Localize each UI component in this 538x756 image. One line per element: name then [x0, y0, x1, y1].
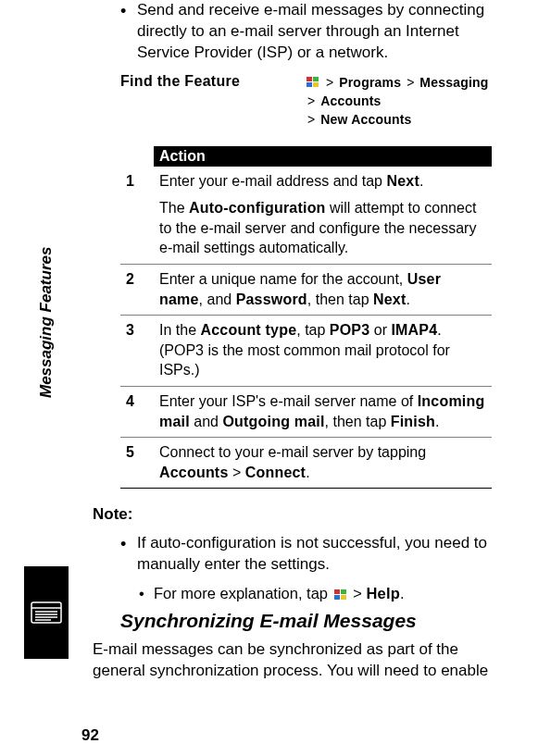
step-num: 2 [120, 265, 154, 316]
nav-accounts: Accounts [320, 92, 381, 110]
section-icon [24, 566, 69, 659]
svg-rect-6 [334, 595, 340, 600]
note-item: If auto-configuration is not successful,… [120, 533, 492, 576]
gt: > [307, 110, 315, 129]
action-header-empty [120, 146, 154, 167]
svg-rect-2 [307, 82, 312, 87]
step-text: Enter a unique name for the account, Use… [154, 265, 492, 316]
gt: > [407, 73, 414, 92]
svg-rect-0 [307, 77, 312, 81]
find-the-feature: Find the Feature > Programs > Messaging … [120, 73, 492, 130]
svg-rect-5 [341, 589, 346, 594]
section-heading: Synchronizing E-mail Messages [120, 610, 492, 632]
table-row: 1 Enter your e-mail address and tap Next… [120, 167, 492, 265]
note-list: If auto-configuration is not successful,… [120, 533, 492, 602]
nav-programs: Programs [339, 73, 401, 92]
svg-rect-4 [334, 589, 340, 594]
intro-bullet: Send and receive e-mail messages by conn… [120, 0, 492, 64]
svg-rect-1 [313, 77, 319, 81]
table-row: 4 Enter your ISP's e-mail server name of… [120, 387, 492, 438]
side-tab-label: Messaging Features [37, 247, 56, 398]
action-table: Action 1 Enter your e-mail address and t… [120, 146, 492, 490]
step-num: 5 [120, 438, 154, 489]
feature-nav: > Programs > Messaging > Accounts > New … [306, 73, 492, 130]
step-text: Connect to your e-mail server by tapping… [154, 438, 492, 489]
svg-rect-7 [341, 595, 346, 600]
start-flag-icon [332, 588, 349, 602]
step-num: 3 [120, 316, 154, 387]
step-num: 1 [120, 167, 154, 265]
table-row: 2 Enter a unique name for the account, U… [120, 265, 492, 316]
page-number: 92 [81, 726, 99, 745]
nav-messaging: Messaging [419, 73, 488, 92]
step-num: 4 [120, 387, 154, 438]
note-item-nested: For more explanation, tap > Help. [139, 585, 492, 602]
sync-paragraph: E-mail messages can be synchronized as p… [93, 639, 492, 682]
action-header: Action [154, 146, 492, 167]
nav-new-accounts: New Accounts [320, 110, 411, 129]
step-text: Enter your ISP's e-mail server name of I… [154, 387, 492, 438]
step-text: Enter your e-mail address and tap Next. … [154, 167, 492, 265]
step-text: In the Account type, tap POP3 or IMAP4. … [154, 316, 492, 387]
svg-rect-3 [313, 82, 319, 87]
table-row: 3 In the Account type, tap POP3 or IMAP4… [120, 316, 492, 387]
start-flag-icon [306, 76, 320, 89]
gt: > [307, 92, 315, 110]
feature-label: Find the Feature [120, 73, 306, 130]
gt: > [326, 73, 333, 92]
intro-list: Send and receive e-mail messages by conn… [120, 0, 492, 64]
table-row: 5 Connect to your e-mail server by tappi… [120, 438, 492, 489]
note-label: Note: [93, 505, 492, 524]
